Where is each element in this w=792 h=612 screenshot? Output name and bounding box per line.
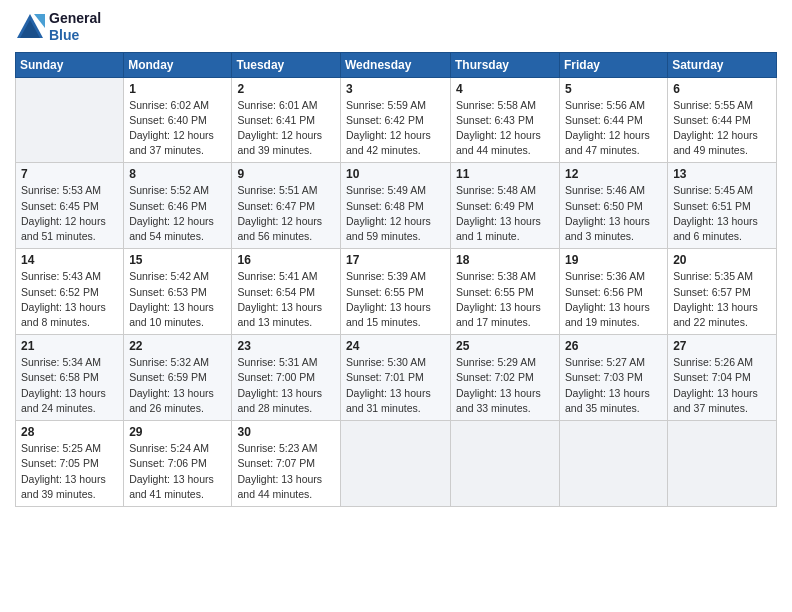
header: General Blue	[15, 10, 777, 44]
day-number: 1	[129, 82, 226, 96]
day-info: Sunrise: 5:58 AM Sunset: 6:43 PM Dayligh…	[456, 98, 554, 159]
calendar-cell: 22Sunrise: 5:32 AM Sunset: 6:59 PM Dayli…	[124, 335, 232, 421]
day-info: Sunrise: 5:24 AM Sunset: 7:06 PM Dayligh…	[129, 441, 226, 502]
day-number: 21	[21, 339, 118, 353]
week-row-0: 1Sunrise: 6:02 AM Sunset: 6:40 PM Daylig…	[16, 77, 777, 163]
calendar-cell: 27Sunrise: 5:26 AM Sunset: 7:04 PM Dayli…	[668, 335, 777, 421]
day-info: Sunrise: 6:02 AM Sunset: 6:40 PM Dayligh…	[129, 98, 226, 159]
day-number: 11	[456, 167, 554, 181]
calendar-cell: 9Sunrise: 5:51 AM Sunset: 6:47 PM Daylig…	[232, 163, 341, 249]
day-info: Sunrise: 5:39 AM Sunset: 6:55 PM Dayligh…	[346, 269, 445, 330]
calendar-cell: 12Sunrise: 5:46 AM Sunset: 6:50 PM Dayli…	[560, 163, 668, 249]
page: General Blue Sunday Monday Tuesday Wedne…	[0, 0, 792, 612]
day-number: 24	[346, 339, 445, 353]
day-number: 15	[129, 253, 226, 267]
day-number: 3	[346, 82, 445, 96]
calendar-cell: 13Sunrise: 5:45 AM Sunset: 6:51 PM Dayli…	[668, 163, 777, 249]
day-number: 13	[673, 167, 771, 181]
calendar-cell: 1Sunrise: 6:02 AM Sunset: 6:40 PM Daylig…	[124, 77, 232, 163]
calendar-cell: 6Sunrise: 5:55 AM Sunset: 6:44 PM Daylig…	[668, 77, 777, 163]
day-number: 9	[237, 167, 335, 181]
day-info: Sunrise: 5:46 AM Sunset: 6:50 PM Dayligh…	[565, 183, 662, 244]
week-row-4: 28Sunrise: 5:25 AM Sunset: 7:05 PM Dayli…	[16, 421, 777, 507]
calendar-cell: 15Sunrise: 5:42 AM Sunset: 6:53 PM Dayli…	[124, 249, 232, 335]
day-info: Sunrise: 5:32 AM Sunset: 6:59 PM Dayligh…	[129, 355, 226, 416]
day-number: 30	[237, 425, 335, 439]
day-number: 4	[456, 82, 554, 96]
week-row-3: 21Sunrise: 5:34 AM Sunset: 6:58 PM Dayli…	[16, 335, 777, 421]
calendar-cell: 21Sunrise: 5:34 AM Sunset: 6:58 PM Dayli…	[16, 335, 124, 421]
day-info: Sunrise: 5:36 AM Sunset: 6:56 PM Dayligh…	[565, 269, 662, 330]
day-info: Sunrise: 5:31 AM Sunset: 7:00 PM Dayligh…	[237, 355, 335, 416]
day-number: 28	[21, 425, 118, 439]
day-number: 16	[237, 253, 335, 267]
calendar-cell: 24Sunrise: 5:30 AM Sunset: 7:01 PM Dayli…	[341, 335, 451, 421]
calendar-cell: 2Sunrise: 6:01 AM Sunset: 6:41 PM Daylig…	[232, 77, 341, 163]
calendar-body: 1Sunrise: 6:02 AM Sunset: 6:40 PM Daylig…	[16, 77, 777, 506]
day-info: Sunrise: 5:53 AM Sunset: 6:45 PM Dayligh…	[21, 183, 118, 244]
week-row-2: 14Sunrise: 5:43 AM Sunset: 6:52 PM Dayli…	[16, 249, 777, 335]
calendar-cell	[16, 77, 124, 163]
logo: General Blue	[15, 10, 101, 44]
day-number: 7	[21, 167, 118, 181]
col-saturday: Saturday	[668, 52, 777, 77]
day-info: Sunrise: 5:41 AM Sunset: 6:54 PM Dayligh…	[237, 269, 335, 330]
day-number: 29	[129, 425, 226, 439]
day-number: 26	[565, 339, 662, 353]
day-number: 27	[673, 339, 771, 353]
day-number: 23	[237, 339, 335, 353]
calendar-cell: 20Sunrise: 5:35 AM Sunset: 6:57 PM Dayli…	[668, 249, 777, 335]
day-info: Sunrise: 5:23 AM Sunset: 7:07 PM Dayligh…	[237, 441, 335, 502]
calendar-cell: 5Sunrise: 5:56 AM Sunset: 6:44 PM Daylig…	[560, 77, 668, 163]
day-info: Sunrise: 5:27 AM Sunset: 7:03 PM Dayligh…	[565, 355, 662, 416]
calendar-cell: 26Sunrise: 5:27 AM Sunset: 7:03 PM Dayli…	[560, 335, 668, 421]
day-info: Sunrise: 5:48 AM Sunset: 6:49 PM Dayligh…	[456, 183, 554, 244]
header-row: Sunday Monday Tuesday Wednesday Thursday…	[16, 52, 777, 77]
day-info: Sunrise: 5:55 AM Sunset: 6:44 PM Dayligh…	[673, 98, 771, 159]
day-info: Sunrise: 5:45 AM Sunset: 6:51 PM Dayligh…	[673, 183, 771, 244]
col-monday: Monday	[124, 52, 232, 77]
day-number: 10	[346, 167, 445, 181]
day-number: 20	[673, 253, 771, 267]
calendar-cell: 18Sunrise: 5:38 AM Sunset: 6:55 PM Dayli…	[451, 249, 560, 335]
calendar-cell: 29Sunrise: 5:24 AM Sunset: 7:06 PM Dayli…	[124, 421, 232, 507]
col-wednesday: Wednesday	[341, 52, 451, 77]
col-sunday: Sunday	[16, 52, 124, 77]
logo-text: General Blue	[49, 10, 101, 44]
day-info: Sunrise: 6:01 AM Sunset: 6:41 PM Dayligh…	[237, 98, 335, 159]
day-number: 6	[673, 82, 771, 96]
day-info: Sunrise: 5:35 AM Sunset: 6:57 PM Dayligh…	[673, 269, 771, 330]
calendar-cell: 16Sunrise: 5:41 AM Sunset: 6:54 PM Dayli…	[232, 249, 341, 335]
day-number: 17	[346, 253, 445, 267]
calendar-cell: 14Sunrise: 5:43 AM Sunset: 6:52 PM Dayli…	[16, 249, 124, 335]
day-info: Sunrise: 5:43 AM Sunset: 6:52 PM Dayligh…	[21, 269, 118, 330]
calendar-cell	[668, 421, 777, 507]
calendar-cell: 3Sunrise: 5:59 AM Sunset: 6:42 PM Daylig…	[341, 77, 451, 163]
col-thursday: Thursday	[451, 52, 560, 77]
day-number: 19	[565, 253, 662, 267]
day-info: Sunrise: 5:38 AM Sunset: 6:55 PM Dayligh…	[456, 269, 554, 330]
col-friday: Friday	[560, 52, 668, 77]
day-info: Sunrise: 5:30 AM Sunset: 7:01 PM Dayligh…	[346, 355, 445, 416]
calendar-cell: 10Sunrise: 5:49 AM Sunset: 6:48 PM Dayli…	[341, 163, 451, 249]
week-row-1: 7Sunrise: 5:53 AM Sunset: 6:45 PM Daylig…	[16, 163, 777, 249]
calendar-cell: 30Sunrise: 5:23 AM Sunset: 7:07 PM Dayli…	[232, 421, 341, 507]
calendar-header: Sunday Monday Tuesday Wednesday Thursday…	[16, 52, 777, 77]
calendar-cell: 25Sunrise: 5:29 AM Sunset: 7:02 PM Dayli…	[451, 335, 560, 421]
day-info: Sunrise: 5:42 AM Sunset: 6:53 PM Dayligh…	[129, 269, 226, 330]
calendar-cell: 17Sunrise: 5:39 AM Sunset: 6:55 PM Dayli…	[341, 249, 451, 335]
calendar-cell: 11Sunrise: 5:48 AM Sunset: 6:49 PM Dayli…	[451, 163, 560, 249]
day-info: Sunrise: 5:25 AM Sunset: 7:05 PM Dayligh…	[21, 441, 118, 502]
day-info: Sunrise: 5:52 AM Sunset: 6:46 PM Dayligh…	[129, 183, 226, 244]
logo-icon	[15, 12, 45, 42]
day-number: 18	[456, 253, 554, 267]
day-number: 12	[565, 167, 662, 181]
calendar-cell	[341, 421, 451, 507]
calendar-cell: 28Sunrise: 5:25 AM Sunset: 7:05 PM Dayli…	[16, 421, 124, 507]
day-info: Sunrise: 5:51 AM Sunset: 6:47 PM Dayligh…	[237, 183, 335, 244]
calendar-table: Sunday Monday Tuesday Wednesday Thursday…	[15, 52, 777, 507]
day-number: 25	[456, 339, 554, 353]
day-info: Sunrise: 5:34 AM Sunset: 6:58 PM Dayligh…	[21, 355, 118, 416]
day-info: Sunrise: 5:29 AM Sunset: 7:02 PM Dayligh…	[456, 355, 554, 416]
calendar-cell: 8Sunrise: 5:52 AM Sunset: 6:46 PM Daylig…	[124, 163, 232, 249]
